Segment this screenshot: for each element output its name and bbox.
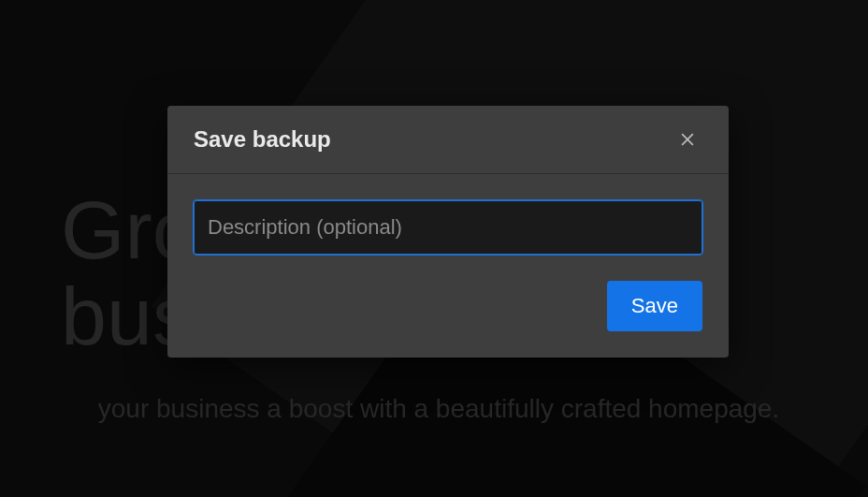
- description-input[interactable]: [194, 200, 702, 255]
- close-button[interactable]: [673, 124, 702, 154]
- modal-title: Save backup: [194, 126, 331, 153]
- modal-body: [167, 174, 729, 281]
- save-button[interactable]: Save: [607, 281, 702, 331]
- save-backup-modal: Save backup Save: [167, 106, 729, 358]
- close-icon: [678, 130, 697, 149]
- modal-footer: Save: [167, 281, 729, 358]
- modal-header: Save backup: [167, 106, 729, 174]
